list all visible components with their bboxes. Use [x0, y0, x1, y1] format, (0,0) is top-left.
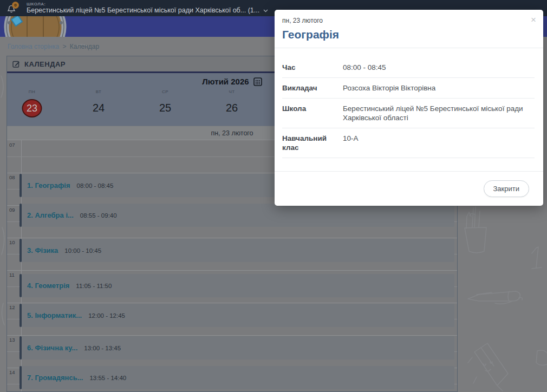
breadcrumb: Головна сторінка > Календар [8, 43, 99, 50]
event-time: 10:00 - 10:45 [64, 247, 101, 254]
edit-pencil-icon [12, 60, 20, 68]
detail-row: Час08:00 - 08:45 [282, 57, 535, 78]
hour-label: 14 [9, 369, 15, 375]
hour-label: 12 [9, 304, 15, 310]
close-button[interactable]: Закрити [484, 180, 529, 197]
notifications-button[interactable]: 0 [7, 2, 20, 15]
weekday-label: ср [155, 89, 175, 94]
event-accent-bar [19, 174, 22, 197]
event-title: 7. Громадянсь... [27, 374, 83, 382]
hour-label: 09 [9, 207, 15, 213]
month-title: Лютий 2026 [202, 77, 249, 86]
detail-label: Час [282, 63, 343, 72]
modal-footer: Закрити [275, 171, 543, 206]
hour-label: 10 [9, 239, 15, 245]
detail-row: Навчальний клас10-А [282, 128, 535, 158]
event-time: 11:05 - 11:50 [76, 283, 112, 289]
page: 0 ШКОЛА: Берестинський ліцей №5 Берестин… [0, 0, 547, 392]
lesson-event-card[interactable]: 2. Алгебра і...08:55 - 09:40 [19, 204, 454, 227]
weekday-label: пн [22, 89, 42, 94]
day-column-24[interactable]: вт24 [89, 89, 108, 117]
event-title: 2. Алгебра і... [27, 211, 74, 219]
detail-row: ШколаБерестинський ліцей №5 Берестинсько… [282, 99, 535, 128]
event-accent-bar [19, 274, 22, 297]
detail-label: Навчальний клас [282, 134, 343, 152]
detail-value: Берестинський ліцей №5 Берестинської міс… [343, 104, 533, 122]
school-logo [0, 16, 76, 37]
hour-line [7, 270, 457, 271]
lesson-event-card[interactable]: 3. Фізика10:00 - 10:45 [19, 239, 454, 262]
chevron-down-icon [263, 9, 268, 12]
weekday-label: чт [222, 89, 242, 94]
detail-value: 10-А [343, 134, 533, 152]
lesson-event-card[interactable]: 7. Громадянсь...13:55 - 14:40 [19, 366, 454, 389]
modal-date: пн, 23 лютого [282, 17, 535, 24]
current-date-badge[interactable]: 23 [22, 99, 42, 117]
school-name: Берестинський ліцей №5 Берестинської міс… [27, 6, 259, 15]
detail-value: 08:00 - 08:45 [343, 63, 533, 72]
event-time: 08:55 - 09:40 [80, 212, 117, 219]
event-title: 1. Географія [27, 181, 70, 190]
event-title: 3. Фізика [27, 246, 58, 254]
event-accent-bar [19, 336, 22, 360]
event-time: 13:55 - 14:40 [89, 375, 126, 381]
detail-value: Розсоха Вікторія Вікторівна [343, 83, 533, 93]
breadcrumb-current: Календар [70, 43, 99, 50]
weekday-label: вт [89, 89, 108, 94]
modal-body: Час08:00 - 08:45ВикладачРозсоха Вікторія… [275, 48, 543, 158]
lesson-event-card[interactable]: 4. Геометрія11:05 - 11:50 [19, 274, 454, 297]
notification-badge: 0 [12, 2, 19, 9]
date-number[interactable]: 25 [155, 99, 175, 117]
day-column-26[interactable]: чт26 [222, 89, 242, 117]
modal-header: пн, 23 лютого Географія [275, 10, 543, 48]
hour-line [7, 238, 457, 238]
event-title: 6. Фізична ку... [27, 344, 77, 352]
breadcrumb-separator: > [62, 43, 66, 50]
event-accent-bar [19, 304, 22, 327]
event-accent-bar [19, 239, 22, 262]
school-selector[interactable]: ШКОЛА: Берестинський ліцей №5 Берестинсь… [27, 2, 268, 15]
lesson-event-card[interactable]: 5. Інформатик...12:00 - 12:45 [19, 304, 454, 327]
event-time: 08:00 - 08:45 [77, 182, 114, 189]
detail-label: Викладач [282, 83, 343, 93]
calendar-grid-icon[interactable] [253, 77, 262, 86]
date-number[interactable]: 26 [222, 99, 242, 117]
hour-line [7, 335, 457, 336]
hour-label: 11 [9, 272, 15, 278]
event-title: 4. Геометрія [27, 282, 69, 290]
school-label: ШКОЛА: [27, 2, 268, 6]
hour-label: 13 [9, 337, 15, 343]
event-time: 12:00 - 12:45 [88, 312, 125, 319]
day-column-23[interactable]: пн23 [22, 89, 42, 117]
event-accent-bar [19, 204, 22, 227]
day-column-25[interactable]: ср25 [155, 89, 175, 117]
hour-label: 08 [9, 174, 15, 180]
hour-label: 07 [9, 142, 15, 148]
date-number[interactable]: 24 [89, 99, 108, 117]
detail-row: ВикладачРозсоха Вікторія Вікторівна [282, 78, 535, 99]
lesson-event-card[interactable]: 6. Фізична ку...13:00 - 13:45 [19, 336, 454, 360]
panel-title: КАЛЕНДАР [24, 60, 66, 68]
lesson-details-modal: × пн, 23 лютого Географія Час08:00 - 08:… [275, 10, 543, 206]
hour-line [7, 303, 457, 303]
breadcrumb-home-link[interactable]: Головна сторінка [8, 43, 59, 50]
modal-title: Географія [282, 28, 535, 41]
event-time: 13:00 - 13:45 [84, 345, 121, 351]
detail-label: Школа [282, 104, 343, 122]
close-icon[interactable]: × [531, 15, 536, 24]
event-accent-bar [19, 366, 22, 389]
event-title: 5. Інформатик... [27, 311, 82, 319]
